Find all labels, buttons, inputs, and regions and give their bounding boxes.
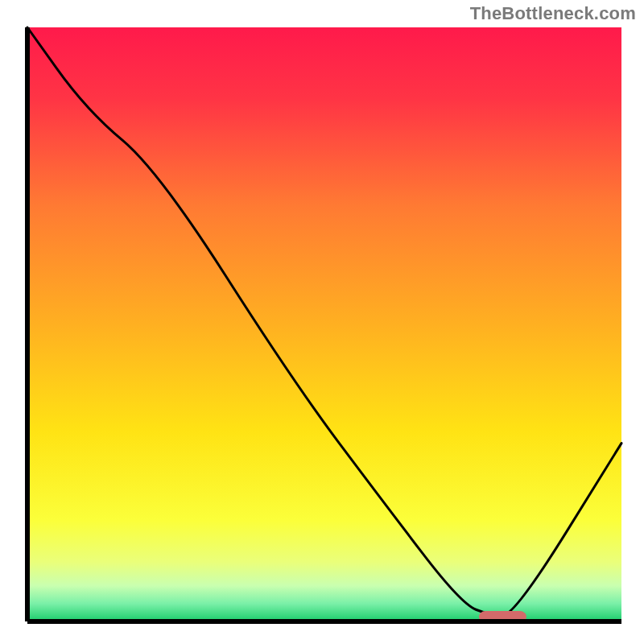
chart-container: TheBottleneck.com (0, 0, 644, 644)
gradient-background (27, 27, 621, 621)
bottleneck-chart (0, 0, 644, 644)
plot-area (27, 27, 621, 622)
